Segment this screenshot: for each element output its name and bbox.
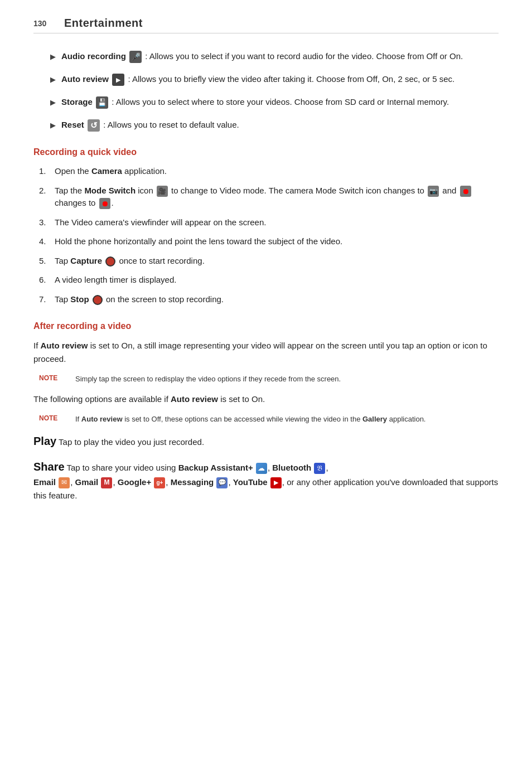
step-number: 6.	[39, 274, 55, 287]
step-number: 5.	[39, 255, 55, 268]
numbered-item: 6. A video length timer is displayed.	[39, 274, 499, 287]
email-icon	[59, 477, 70, 488]
storage-icon	[96, 96, 108, 109]
note-block-1: NOTE Simply tap the screen to redisplay …	[33, 374, 499, 385]
share-comma1: ,	[268, 463, 272, 472]
googleplus-icon	[154, 477, 165, 488]
mode-switch-camera-icon	[428, 186, 439, 197]
note-text: Simply tap the screen to redisplay the v…	[75, 374, 341, 385]
youtube-icon	[270, 477, 282, 488]
auto-review-bold2: Auto review	[171, 394, 218, 404]
bluetooth-bold: Bluetooth	[272, 463, 311, 472]
numbered-item: 1. Open the Camera application.	[39, 165, 499, 178]
bullet-arrow-icon: ▶	[50, 120, 56, 131]
step-bold: Mode Switch	[84, 186, 136, 195]
step-bold: Stop	[70, 294, 89, 304]
page-header: 130 Entertainment	[33, 17, 499, 33]
step-number: 1.	[39, 165, 55, 178]
auto-review-bold: Auto review	[41, 341, 88, 350]
step-text: A video length timer is displayed.	[55, 274, 176, 287]
mode-switch-video-icon	[157, 186, 168, 197]
step-text: Tap the Mode Switch icon to change to Vi…	[55, 185, 499, 210]
messaging-bold: Messaging	[171, 477, 214, 487]
bullet-arrow-icon: ▶	[50, 97, 56, 108]
gmail-icon	[101, 477, 112, 488]
step-bold: Camera	[91, 166, 122, 176]
item-description: : Allows you to reset to default value.	[103, 120, 239, 129]
share-comma5: ,	[166, 477, 170, 487]
gallery-bold: Gallery	[362, 415, 387, 423]
list-item: ▶ Audio recording : Allows you to select…	[50, 50, 499, 63]
play-text: Tap to play the video you just recorded.	[59, 437, 204, 447]
backup-assistant-bold: Backup Assistant+	[178, 463, 253, 472]
bullet-text: Auto review : Allows you to briefly view…	[61, 73, 499, 86]
bullet-arrow-icon: ▶	[50, 74, 56, 85]
messaging-icon	[216, 477, 228, 488]
capture-icon	[105, 256, 115, 267]
numbered-item: 7. Tap Stop on the screen to stop record…	[39, 293, 499, 306]
share-text-1: Tap to share your video using	[65, 463, 178, 472]
step-text: The Video camera's viewfinder will appea…	[55, 216, 266, 229]
item-label: Reset	[61, 120, 84, 129]
numbered-item: 2. Tap the Mode Switch icon to change to…	[39, 185, 499, 210]
share-paragraph: Share Tap to share your video using Back…	[33, 458, 499, 502]
step-number: 2.	[39, 185, 55, 197]
after-recording-para2: The following options are available if A…	[33, 393, 499, 406]
numbered-item: 4. Hold the phone horizontally and point…	[39, 235, 499, 248]
numbered-item: 3. The Video camera's viewfinder will ap…	[39, 216, 499, 229]
item-description: : Allows you to select if you want to re…	[145, 51, 463, 61]
mode-switch-rec2-icon	[99, 198, 110, 209]
step-text: Tap Stop on the screen to stop recording…	[55, 293, 224, 306]
step-number: 7.	[39, 293, 55, 306]
bullet-arrow-icon: ▶	[50, 51, 56, 62]
page-number: 130	[33, 19, 53, 28]
item-label: Auto review	[61, 74, 109, 84]
share-comma4: ,	[113, 477, 117, 487]
page: 130 Entertainment ▶ Audio recording : Al…	[0, 0, 532, 765]
step-number: 4.	[39, 235, 55, 248]
auto-review-bold3: Auto review	[81, 415, 123, 423]
share-comma2: ,	[326, 463, 328, 472]
item-label: Audio recording	[61, 51, 126, 61]
list-item: ▶ Auto review : Allows you to briefly vi…	[50, 73, 499, 86]
section2-heading: After recording a video	[33, 321, 499, 331]
reset-icon	[88, 119, 100, 132]
step-text: Tap Capture once to start recording.	[55, 255, 205, 268]
stop-icon	[93, 295, 103, 305]
note-text-2: If Auto review is set to Off, these opti…	[75, 414, 425, 425]
page-title: Entertainment	[64, 17, 143, 30]
bullet-list: ▶ Audio recording : Allows you to select…	[50, 50, 499, 132]
list-item: ▶ Storage : Allows you to select where t…	[50, 96, 499, 109]
step-text: Open the Camera application.	[55, 165, 167, 178]
item-description: : Allows you to briefly view the video a…	[128, 74, 454, 84]
note-label: NOTE	[39, 374, 70, 382]
share-term: Share	[33, 461, 65, 473]
bullet-text: Storage : Allows you to select where to …	[61, 96, 499, 109]
mode-switch-rec-icon	[460, 186, 471, 197]
note-label-2: NOTE	[39, 414, 70, 422]
step-text: Hold the phone horizontally and point th…	[55, 235, 342, 248]
step-number: 3.	[39, 216, 55, 229]
play-paragraph: Play Tap to play the video you just reco…	[33, 432, 499, 450]
section1-heading: Recording a quick video	[33, 147, 499, 157]
gmail-bold: Gmail	[75, 477, 99, 487]
step-bold: Capture	[70, 256, 102, 265]
item-description: : Allows you to select where to store yo…	[112, 97, 449, 106]
item-label: Storage	[61, 97, 93, 106]
bluetooth-icon	[314, 463, 325, 474]
email-bold: Email	[33, 477, 56, 487]
youtube-bold: YouTube	[233, 477, 268, 487]
backup-assistant-icon	[256, 463, 267, 474]
note-block-2: NOTE If Auto review is set to Off, these…	[33, 414, 499, 425]
googleplus-bold: Google+	[118, 477, 151, 487]
auto-review-icon	[112, 74, 124, 86]
bullet-text: Audio recording : Allows you to select i…	[61, 50, 499, 63]
bullet-text: Reset : Allows you to reset to default v…	[61, 119, 499, 132]
after-recording-para1: If Auto review is set to On, a still ima…	[33, 339, 499, 366]
numbered-list: 1. Open the Camera application. 2. Tap t…	[39, 165, 499, 306]
list-item: ▶ Reset : Allows you to reset to default…	[50, 119, 499, 132]
play-term: Play	[33, 435, 56, 447]
share-comma6: ,	[228, 477, 233, 487]
numbered-item: 5. Tap Capture once to start recording.	[39, 255, 499, 268]
audio-recording-icon	[129, 51, 142, 63]
